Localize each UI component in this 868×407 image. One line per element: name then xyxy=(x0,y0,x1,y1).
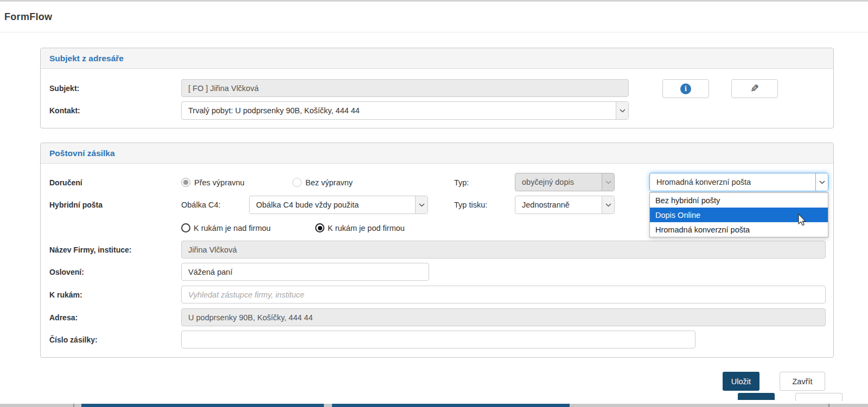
subject-panel: Subjekt z adresáře Subjekt: [ FO ] Jiřin… xyxy=(40,48,834,128)
attn-placeholder: Vyhledat zástupce firmy, instituce xyxy=(188,290,304,299)
type-label: Typ: xyxy=(454,173,469,191)
envelope-select[interactable]: Obálka C4 bude vždy použita xyxy=(249,196,428,214)
subject-label: Subjekt: xyxy=(49,79,79,97)
radio-bez-vypravny[interactable] xyxy=(292,178,302,187)
info-circle-icon: i xyxy=(680,83,691,94)
envelope-label: Obálka C4: xyxy=(181,196,221,214)
address-label: Adresa: xyxy=(49,308,78,326)
chevron-down-icon xyxy=(602,196,614,214)
salutation-input[interactable]: Vážená paní xyxy=(181,263,429,281)
cutoff-table-header-right xyxy=(332,404,570,407)
hybrid-mail-select-value: Hromadná konverzní pošta xyxy=(650,173,815,191)
mouse-cursor xyxy=(796,214,808,227)
chevron-down-icon xyxy=(616,102,628,119)
radio-pres-vypravnu[interactable] xyxy=(181,178,190,187)
print-type-select-value: Jednostranně xyxy=(515,196,602,214)
cutoff-bar-divider xyxy=(828,404,829,407)
hybrid-label: Hybridní pošta xyxy=(49,196,103,214)
attn-label: K rukám: xyxy=(49,286,82,303)
subject-panel-title: Subjekt z adresáře xyxy=(49,54,124,63)
radio-k-rukam-pod-firmou-label[interactable]: K rukám je pod firmou xyxy=(328,223,405,232)
subject-info-button[interactable]: i xyxy=(662,79,709,98)
mail-panel-header: Poštovní zásilka xyxy=(41,143,833,164)
salutation-label: Oslovení: xyxy=(49,263,84,281)
cutoff-bar-divider xyxy=(73,404,74,407)
dropdown-option-bez-hybridni-posty[interactable]: Bez hybridní pošty xyxy=(650,193,828,208)
close-button[interactable]: Zavřít xyxy=(780,372,825,391)
radio-pres-vypravnu-label[interactable]: Přes výpravnu xyxy=(194,178,245,187)
mail-panel: Poštovní zásilka Doručení Přes výpravnu … xyxy=(40,143,834,358)
address-field: U podprsenky 90B, Košíčky, 444 44 xyxy=(181,308,826,326)
chevron-down-icon xyxy=(415,196,427,214)
cutoff-close-button[interactable] xyxy=(795,393,843,401)
company-value: Jiřina Vlčková xyxy=(188,246,237,254)
subject-edit-button[interactable]: ✎ xyxy=(731,79,778,98)
chevron-down-icon xyxy=(602,173,614,191)
subject-panel-header: Subjekt z adresáře xyxy=(41,48,833,69)
radio-k-rukam-nad-firmou[interactable] xyxy=(181,223,190,232)
type-select: obyčejný dopis xyxy=(515,173,615,191)
print-type-select[interactable]: Jednostranně xyxy=(515,196,615,214)
shipment-number-label: Číslo zásilky: xyxy=(49,331,98,348)
save-button[interactable]: Uložit xyxy=(723,372,760,391)
attn-input[interactable]: Vyhledat zástupce firmy, instituce xyxy=(181,286,826,303)
cutoff-save-button[interactable] xyxy=(738,393,775,400)
address-value: U podprsenky 90B, Košíčky, 444 44 xyxy=(188,313,312,322)
radio-k-rukam-nad-firmou-label[interactable]: K rukám je nad firmou xyxy=(194,223,271,232)
company-label: Název Firmy, instituce: xyxy=(49,241,131,259)
print-type-label: Typ tisku: xyxy=(454,196,487,214)
radio-bez-vypravny-label[interactable]: Bez výpravny xyxy=(305,178,353,187)
chevron-down-icon xyxy=(815,173,828,191)
company-field: Jiřina Vlčková xyxy=(181,241,826,259)
pencil-icon: ✎ xyxy=(750,83,759,94)
subject-field: [ FO ] Jiřina Vlčková xyxy=(181,79,629,97)
radio-k-rukam-pod-firmou[interactable] xyxy=(315,223,324,232)
hybrid-mail-select[interactable]: Hromadná konverzní pošta xyxy=(649,173,828,191)
salutation-value: Vážená paní xyxy=(188,268,232,276)
contact-label: Kontakt: xyxy=(49,101,80,119)
delivery-label: Doručení xyxy=(49,173,82,191)
contact-select[interactable]: Trvalý pobyt: U podprsenky 90B, Košíčky,… xyxy=(181,101,629,120)
subject-value: [ FO ] Jiřina Vlčková xyxy=(188,84,259,93)
shipment-number-input[interactable] xyxy=(181,331,695,348)
mail-panel-title: Poštovní zásilka xyxy=(49,148,115,158)
cutoff-table-header-left xyxy=(81,404,324,407)
app-title: FormFlow xyxy=(4,11,52,23)
app-header: FormFlow xyxy=(0,2,868,33)
envelope-select-value: Obálka C4 bude vždy použita xyxy=(250,196,415,214)
type-select-value: obyčejný dopis xyxy=(515,173,602,191)
contact-select-value: Trvalý pobyt: U podprsenky 90B, Košíčky,… xyxy=(182,102,616,119)
